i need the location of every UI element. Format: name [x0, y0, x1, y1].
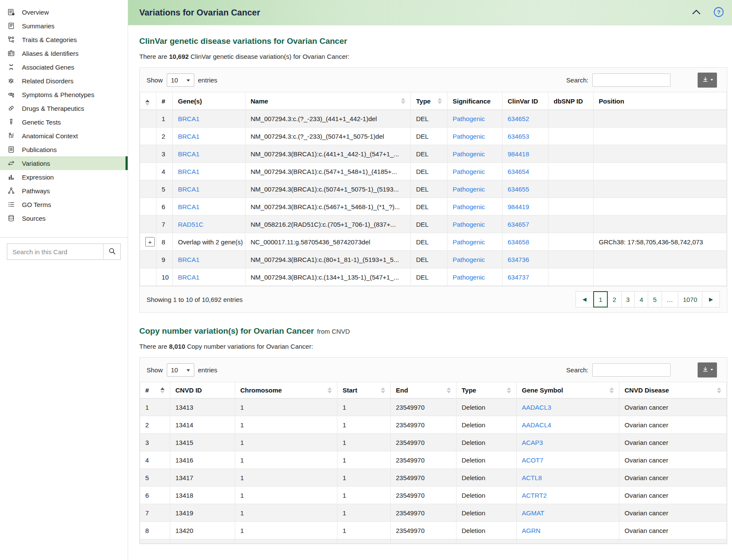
significance-link[interactable]: Pathogenic — [453, 186, 485, 193]
gene-symbol-link[interactable]: AADACL3 — [522, 404, 551, 411]
clinvar-table-search-input[interactable] — [592, 73, 671, 87]
cnvd-table-search-input[interactable] — [592, 363, 671, 377]
column-header-num[interactable]: # — [140, 382, 170, 399]
significance-link[interactable]: Pathogenic — [453, 256, 485, 263]
column-header-name[interactable]: Name — [245, 92, 411, 110]
gene-link[interactable]: BRCA1 — [178, 203, 199, 210]
page-size-select[interactable]: 10 — [167, 363, 194, 377]
sidebar-item-traits-categories[interactable]: Traits & Categories — [0, 33, 128, 46]
column-header-type[interactable]: Type — [411, 92, 447, 110]
card-search-button[interactable] — [103, 244, 120, 259]
aliases-identifiers-icon — [7, 49, 15, 58]
sidebar-item-genetic-tests[interactable]: Genetic Tests — [0, 115, 128, 129]
download-button[interactable] — [698, 362, 717, 377]
column-header-num[interactable]: # — [156, 92, 173, 110]
clinvar-id-link[interactable]: 634657 — [508, 221, 529, 228]
significance-link[interactable]: Pathogenic — [453, 133, 485, 140]
sidebar-item-go-terms[interactable]: GO Terms — [0, 198, 128, 211]
sidebar-item-associated-genes[interactable]: Associated Genes — [0, 60, 128, 74]
clinvar-id-link[interactable]: 984419 — [508, 203, 529, 210]
significance-link[interactable]: Pathogenic — [453, 203, 485, 210]
significance-link[interactable]: Pathogenic — [453, 274, 485, 281]
gene-link[interactable]: BRCA1 — [178, 115, 199, 122]
sort-icon — [401, 98, 405, 104]
significance-link[interactable]: Pathogenic — [453, 150, 485, 158]
column-header-significance[interactable]: Significance — [447, 92, 502, 110]
gene-link[interactable]: BRCA1 — [178, 256, 199, 263]
gene-symbol-link[interactable]: AGMAT — [522, 509, 544, 517]
sidebar-item-expression[interactable]: Expression — [0, 170, 128, 184]
cell-type: DEL — [411, 216, 447, 233]
cell-cnvd-id: 13413 — [170, 399, 235, 416]
sidebar-item-publications[interactable]: Publications — [0, 143, 128, 156]
gene-symbol-link[interactable]: AADACL4 — [522, 421, 551, 429]
column-header-dbsnp-id[interactable]: dbSNP ID — [548, 92, 594, 110]
sidebar-item-sources[interactable]: Sources — [0, 211, 128, 225]
gene-symbol-link[interactable]: ACOT7 — [522, 457, 543, 464]
clinvar-id-link[interactable]: 634737 — [508, 274, 529, 281]
cell-genes: BRCA1 — [173, 251, 245, 268]
gene-symbol-link[interactable]: AGRN — [522, 527, 540, 534]
significance-link[interactable]: Pathogenic — [453, 238, 485, 246]
page-button-2[interactable]: 2 — [607, 291, 621, 307]
card-search-input[interactable] — [7, 244, 103, 259]
column-header-genes[interactable]: Gene(s) — [173, 92, 245, 110]
significance-link[interactable]: Pathogenic — [453, 115, 485, 122]
help-button[interactable]: ? — [713, 6, 724, 19]
sidebar-item-anatomical-context[interactable]: Anatomical Context — [0, 129, 128, 143]
sidebar-item-aliases-identifiers[interactable]: Aliases & Identifiers — [0, 46, 128, 60]
cell-gene-symbol: ACAP3 — [517, 434, 619, 451]
column-header-expand[interactable] — [140, 92, 156, 110]
expand-row-button[interactable]: + — [145, 237, 155, 247]
column-header-start[interactable]: Start — [337, 382, 391, 399]
column-header-position[interactable]: Position — [594, 92, 727, 110]
clinvar-id-link[interactable]: 634736 — [508, 256, 529, 263]
gene-symbol-link[interactable]: ACAP3 — [522, 439, 543, 446]
gene-symbol-link[interactable]: ACTL8 — [522, 474, 542, 481]
gene-link[interactable]: BRCA1 — [178, 274, 199, 281]
page-button-last[interactable]: 1070 — [678, 291, 702, 307]
cell-chromosome: 1 — [235, 451, 337, 469]
significance-link[interactable]: Pathogenic — [453, 168, 485, 175]
column-header-type[interactable]: Type — [456, 382, 517, 399]
sidebar-item-overview[interactable]: Overview — [0, 5, 128, 19]
gene-link[interactable]: BRCA1 — [178, 150, 199, 158]
column-header-end[interactable]: End — [391, 382, 456, 399]
clinvar-id-link[interactable]: 634655 — [508, 186, 529, 193]
clinvar-id-link[interactable]: 984418 — [508, 150, 529, 158]
gene-link[interactable]: RAD51C — [178, 221, 203, 228]
column-header-cnvd-id[interactable]: CNVD ID — [170, 382, 235, 399]
next-page-button[interactable]: ▶ — [702, 291, 720, 307]
cell-type: Deletion — [456, 434, 517, 451]
column-header-chromosome[interactable]: Chromosome — [235, 382, 337, 399]
gene-link[interactable]: BRCA1 — [178, 186, 199, 193]
sidebar-item-drugs-therapeutics[interactable]: Drugs & Therapeutics — [0, 101, 128, 115]
prev-page-button[interactable]: ◀ — [576, 291, 594, 307]
column-header-clinvar-id[interactable]: ClinVar ID — [502, 92, 548, 110]
download-button[interactable] — [698, 73, 717, 88]
gene-symbol-link[interactable]: ACTRT2 — [522, 492, 547, 499]
sidebar-item-related-disorders[interactable]: Related Disorders — [0, 74, 128, 88]
page-size-select[interactable]: 10 — [167, 73, 194, 87]
column-header-cnvd-disease[interactable]: CNVD Disease — [619, 382, 727, 399]
column-header-gene-symbol[interactable]: Gene Symbol — [517, 382, 619, 399]
clinvar-id-link[interactable]: 634653 — [508, 133, 529, 140]
clinvar-id-link[interactable]: 634652 — [508, 115, 529, 122]
network-icon — [7, 186, 15, 195]
cell-expand — [140, 145, 156, 163]
page-button-5[interactable]: 5 — [648, 291, 662, 307]
cell-gene-symbol: AGRN — [517, 522, 619, 539]
gene-link[interactable]: BRCA1 — [178, 168, 199, 175]
clinvar-id-link[interactable]: 634658 — [508, 238, 529, 246]
significance-link[interactable]: Pathogenic — [453, 221, 485, 228]
page-button-4[interactable]: 4 — [634, 291, 648, 307]
sidebar-item-symptoms-phenotypes[interactable]: Symptoms & Phenotypes — [0, 88, 128, 101]
gene-link[interactable]: BRCA1 — [178, 133, 199, 140]
clinvar-id-link[interactable]: 634654 — [508, 168, 529, 175]
sidebar-item-pathways[interactable]: Pathways — [0, 184, 128, 198]
collapse-card-button[interactable] — [691, 8, 702, 17]
sidebar-item-summaries[interactable]: Summaries — [0, 19, 128, 33]
sidebar-item-variations[interactable]: Variations — [0, 156, 128, 170]
page-button-3[interactable]: 3 — [621, 291, 635, 307]
page-button-1[interactable]: 1 — [593, 291, 608, 307]
